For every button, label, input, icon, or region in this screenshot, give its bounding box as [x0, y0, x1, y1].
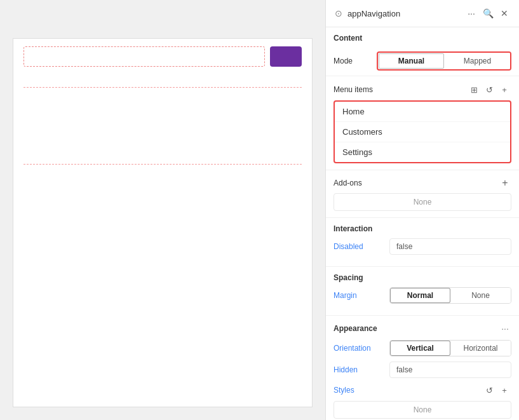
menu-item-customers[interactable]: Customers — [335, 122, 510, 142]
margin-toggle-group: Normal None — [389, 287, 511, 304]
menu-items-refresh-button[interactable]: ↺ — [482, 83, 496, 97]
orientation-vertical-button[interactable]: Vertical — [390, 341, 450, 356]
canvas-dashed-line-top — [24, 87, 302, 88]
orientation-horizontal-button[interactable]: Horizontal — [450, 341, 511, 356]
disabled-row: Disabled false — [334, 238, 511, 255]
orientation-toggle-group: Vertical Horizontal — [389, 340, 511, 356]
menu-items-add-button[interactable]: + — [497, 83, 511, 97]
canvas-dashed-line-bottom — [24, 164, 302, 165]
menu-items-label: Menu items — [334, 85, 467, 94]
interaction-title: Interaction — [334, 224, 511, 233]
panel-header-actions: ··· 🔍 ✕ — [464, 6, 511, 20]
appearance-header-row: Appearance ··· — [334, 322, 511, 335]
hidden-label: Hidden — [334, 365, 384, 374]
appearance-title: Appearance — [334, 324, 499, 333]
search-button[interactable]: 🔍 — [481, 6, 495, 20]
canvas-inner — [13, 38, 313, 407]
canvas-text-input — [24, 46, 265, 67]
menu-item-settings[interactable]: Settings — [335, 142, 510, 162]
margin-none-button[interactable]: None — [450, 288, 511, 303]
menu-items-section: Menu items ⊞ ↺ + Home Customers Settings — [326, 76, 519, 170]
menu-items-header: Menu items ⊞ ↺ + — [334, 83, 511, 97]
content-section-label: Content — [326, 27, 519, 46]
styles-refresh-button[interactable]: ↺ — [482, 383, 496, 397]
margin-normal-button[interactable]: Normal — [390, 288, 450, 303]
styles-label: Styles — [334, 386, 482, 395]
interaction-section: Interaction Disabled false — [326, 218, 519, 267]
styles-none-field: None — [334, 401, 511, 419]
mode-toggle-group: Manual Mapped — [377, 51, 511, 71]
addons-header: Add-ons + — [334, 177, 511, 189]
mode-mapped-button[interactable]: Mapped — [445, 53, 510, 69]
margin-label: Margin — [334, 291, 384, 300]
hidden-row: Hidden false — [334, 362, 511, 378]
addons-section: Add-ons + None — [326, 170, 519, 218]
addons-label: Add-ons — [334, 179, 499, 187]
mode-manual-button[interactable]: Manual — [379, 53, 444, 69]
more-options-button[interactable]: ··· — [464, 6, 478, 20]
mode-label: Mode — [334, 57, 372, 65]
panel-header: ⊙ appNavigation ··· 🔍 ✕ — [326, 0, 519, 27]
hidden-value: false — [389, 362, 511, 378]
styles-header: Styles ↺ + — [334, 383, 511, 397]
styles-add-button[interactable]: + — [497, 383, 511, 397]
menu-items-list: Home Customers Settings — [334, 100, 511, 163]
canvas-area — [0, 0, 325, 420]
addons-none-field: None — [334, 193, 511, 211]
right-panel: ⊙ appNavigation ··· 🔍 ✕ Content Mode Man… — [325, 0, 519, 420]
menu-items-actions: ⊞ ↺ + — [467, 83, 511, 97]
spacing-title: Spacing — [334, 273, 511, 282]
panel-title: appNavigation — [347, 9, 461, 18]
styles-actions: ↺ + — [482, 383, 511, 397]
mode-row: Mode Manual Mapped — [334, 51, 511, 71]
addons-add-button[interactable]: + — [499, 177, 511, 189]
orientation-row: Orientation Vertical Horizontal — [334, 340, 511, 356]
appearance-more-button[interactable]: ··· — [499, 322, 511, 335]
orientation-label: Orientation — [334, 344, 384, 353]
menu-items-grid-button[interactable]: ⊞ — [467, 83, 481, 97]
spacing-section: Spacing Margin Normal None — [326, 267, 519, 316]
appearance-section: Appearance ··· Orientation Vertical Hori… — [326, 316, 519, 420]
disabled-label: Disabled — [334, 242, 384, 251]
component-icon: ⊙ — [334, 8, 344, 18]
menu-item-home[interactable]: Home — [335, 102, 510, 122]
disabled-value: false — [389, 238, 511, 255]
close-button[interactable]: ✕ — [497, 6, 511, 20]
margin-row: Margin Normal None — [334, 287, 511, 304]
mode-section: Mode Manual Mapped — [326, 46, 519, 76]
canvas-purple-button — [270, 46, 302, 67]
